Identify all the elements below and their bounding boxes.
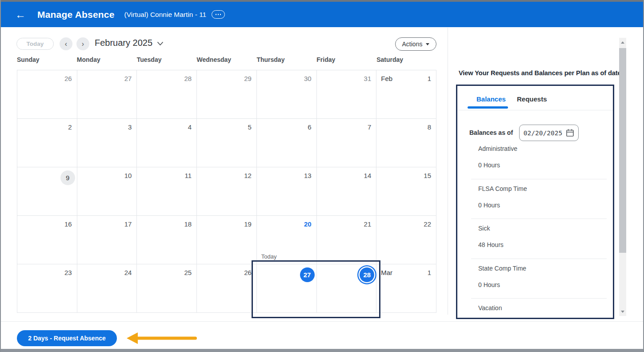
balances-as-of-label: Balances as of xyxy=(469,129,513,136)
calendar-day-cell[interactable]: 26 xyxy=(17,70,77,119)
day-number: 4 xyxy=(188,123,192,131)
plan-name: FLSA Comp Time xyxy=(478,185,607,192)
calendar-day-cell[interactable]: Mar1 xyxy=(376,264,436,313)
selected-day-badge[interactable]: 28 xyxy=(360,267,374,282)
scroll-down-button[interactable] xyxy=(619,307,626,316)
plan-name: Administrative xyxy=(478,145,607,152)
calendar-day-cell[interactable]: 16 xyxy=(17,216,77,264)
calendar-day-cell[interactable]: 26 xyxy=(197,264,257,313)
day-of-week-label: Friday xyxy=(316,56,376,63)
calendar-day-cell[interactable]: 8 xyxy=(376,119,436,167)
horizontal-scrollbar[interactable] xyxy=(1,349,643,352)
day-number: 14 xyxy=(364,172,372,179)
balances-as-of-date-input[interactable]: 02/20/2025 xyxy=(519,125,579,141)
calendar-day-cell[interactable]: 12 xyxy=(197,167,257,216)
day-number: 22 xyxy=(424,220,431,228)
next-month-button[interactable]: › xyxy=(76,37,89,50)
day-number: 30 xyxy=(304,75,312,82)
related-actions-ellipsis-icon[interactable] xyxy=(212,10,225,19)
calendar-day-cell[interactable]: 20Today xyxy=(257,216,317,264)
calendar-day-cell[interactable]: 25 xyxy=(137,264,197,313)
month-start-label: Mar xyxy=(381,269,392,276)
calendar-day-cell[interactable]: 9 xyxy=(17,167,77,216)
chevron-right-icon: › xyxy=(82,40,84,48)
plan-balance-value: 0 Hours xyxy=(478,281,500,288)
day-number: 16 xyxy=(64,220,72,228)
page-title: Manage Absence xyxy=(37,9,115,20)
calendar-day-cell[interactable]: 2 xyxy=(17,119,77,167)
worker-name: (Virtual) Connie Martin - 11 xyxy=(124,11,207,19)
calendar-grid: 262728293031Feb1234567891011121314151617… xyxy=(17,70,436,313)
scroll-up-button[interactable] xyxy=(619,38,626,47)
actions-button-label: Actions xyxy=(402,40,423,48)
day-number: 8 xyxy=(428,123,431,131)
calendar-day-cell[interactable]: 4 xyxy=(137,119,197,167)
day-number-badge[interactable]: 9 xyxy=(60,170,75,185)
calendar-day-cell[interactable]: 10 xyxy=(77,167,137,216)
tab-requests[interactable]: Requests xyxy=(517,95,547,103)
day-number: 17 xyxy=(124,220,132,228)
date-value: 02/20/2025 xyxy=(524,129,562,137)
tab-balances[interactable]: Balances xyxy=(476,95,506,103)
calendar-day-cell[interactable]: 28 xyxy=(137,70,197,119)
day-number: 5 xyxy=(248,123,252,131)
calendar-icon[interactable] xyxy=(566,129,574,137)
plan-balance-value: 48 Hours xyxy=(478,241,504,248)
calendar-day-cell[interactable]: 13 xyxy=(257,167,317,216)
active-tab-indicator xyxy=(468,106,508,109)
day-number: 28 xyxy=(184,75,192,82)
day-number: 21 xyxy=(364,220,372,228)
back-arrow-icon[interactable]: ← xyxy=(15,9,26,20)
vertical-scrollbar-thumb[interactable] xyxy=(619,48,626,253)
calendar-day-cell[interactable]: 7 xyxy=(317,119,377,167)
calendar-day-cell[interactable]: 15 xyxy=(376,167,436,216)
day-number: 26 xyxy=(244,269,252,276)
selected-day-badge[interactable]: 27 xyxy=(300,267,315,282)
plan-balance-item: Vacation xyxy=(471,299,607,339)
calendar-day-cell[interactable]: 29 xyxy=(197,70,257,119)
calendar-day-cell[interactable]: 3 xyxy=(77,119,137,167)
calendar-day-cell[interactable]: 17 xyxy=(77,216,137,264)
calendar-day-cell[interactable]: 6 xyxy=(257,119,317,167)
day-number: 3 xyxy=(128,123,132,131)
actions-button[interactable]: Actions xyxy=(395,37,436,51)
calendar-day-cell[interactable]: 21 xyxy=(317,216,377,264)
day-number: 24 xyxy=(124,269,132,276)
calendar-day-cell[interactable]: 27 xyxy=(257,264,317,313)
calendar-day-cell[interactable]: 24 xyxy=(77,264,137,313)
day-of-week-label: Monday xyxy=(77,56,137,63)
calendar-day-cell[interactable]: 18 xyxy=(137,216,197,264)
calendar-day-cell[interactable]: Feb1 xyxy=(376,70,436,119)
day-number: 23 xyxy=(64,269,72,276)
calendar-day-cell[interactable]: 23 xyxy=(17,264,77,313)
vertical-divider xyxy=(448,28,448,315)
day-of-week-label: Thursday xyxy=(256,56,316,63)
day-number: 26 xyxy=(64,75,72,82)
calendar-day-cell[interactable]: 30 xyxy=(257,70,317,119)
today-indicator-label: Today xyxy=(261,253,277,260)
previous-month-button[interactable]: ‹ xyxy=(60,37,72,50)
month-start-label: Feb xyxy=(381,75,392,82)
calendar-day-cell[interactable]: 28 xyxy=(317,264,377,313)
day-number: 25 xyxy=(184,269,192,276)
calendar-day-cell[interactable]: 22 xyxy=(376,216,436,264)
calendar-day-cell[interactable]: 31 xyxy=(317,70,377,119)
annotation-arrow-icon xyxy=(127,331,198,345)
calendar-day-cell[interactable]: 11 xyxy=(137,167,197,216)
request-absence-button[interactable]: 2 Days - Request Absence xyxy=(17,330,117,346)
day-number: 6 xyxy=(308,123,311,131)
month-selector[interactable]: February 2025 xyxy=(95,38,164,48)
calendar-day-cell[interactable]: 19 xyxy=(197,216,257,264)
today-button[interactable]: Today xyxy=(16,38,54,50)
day-number: 15 xyxy=(424,172,431,179)
day-number: 27 xyxy=(124,75,132,82)
calendar-day-cell[interactable]: 5 xyxy=(197,119,257,167)
plan-balance-value: 0 Hours xyxy=(478,162,500,169)
day-number: 11 xyxy=(185,172,192,179)
triangle-down-icon xyxy=(621,311,624,313)
day-number: 10 xyxy=(124,172,132,179)
calendar-day-cell[interactable]: 14 xyxy=(317,167,377,216)
plan-name: Vacation xyxy=(478,304,607,312)
day-number: 18 xyxy=(184,220,192,228)
calendar-day-cell[interactable]: 27 xyxy=(77,70,137,119)
